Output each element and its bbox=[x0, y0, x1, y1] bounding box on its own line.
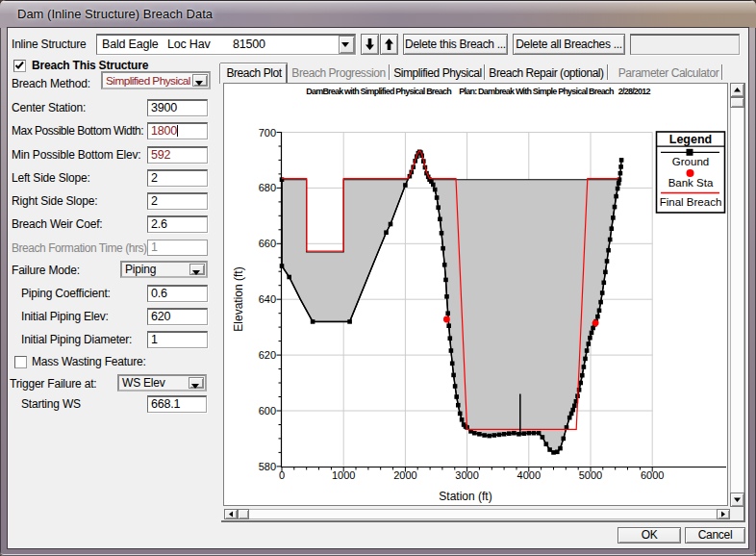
svg-text:Final Breach: Final Breach bbox=[660, 196, 722, 208]
svg-text:3000: 3000 bbox=[455, 469, 478, 481]
svg-text:DamBreak with Simplified Physi: DamBreak with Simplified Physical Breach… bbox=[306, 87, 650, 96]
svg-text:5000: 5000 bbox=[579, 469, 602, 481]
svg-text:640: 640 bbox=[259, 293, 276, 305]
svg-text:0: 0 bbox=[279, 469, 285, 481]
svg-text:Ground: Ground bbox=[672, 156, 709, 167]
svg-text:600: 600 bbox=[259, 405, 276, 417]
svg-text:Station (ft): Station (ft) bbox=[439, 490, 491, 503]
svg-text:620: 620 bbox=[259, 349, 276, 361]
svg-text:580: 580 bbox=[259, 461, 276, 472]
svg-text:4000: 4000 bbox=[517, 469, 541, 481]
svg-text:700: 700 bbox=[259, 127, 276, 139]
svg-text:6000: 6000 bbox=[641, 469, 664, 481]
svg-text:2000: 2000 bbox=[393, 469, 416, 481]
svg-text:Elevation (ft): Elevation (ft) bbox=[232, 266, 245, 331]
svg-text:660: 660 bbox=[259, 238, 276, 249]
svg-text:680: 680 bbox=[259, 182, 276, 193]
svg-text:Legend: Legend bbox=[669, 133, 712, 146]
svg-text:Bank Sta: Bank Sta bbox=[668, 177, 714, 189]
svg-text:1000: 1000 bbox=[332, 469, 355, 481]
